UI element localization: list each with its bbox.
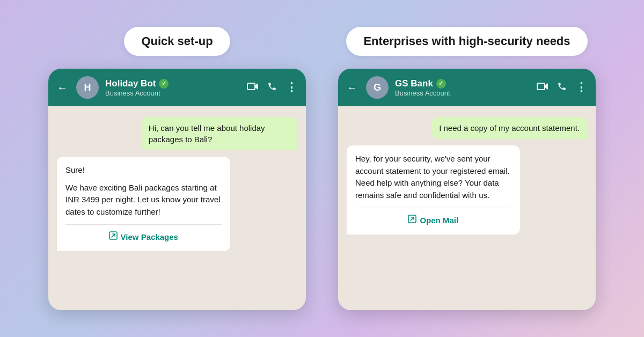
back-button-2[interactable]: ← xyxy=(347,82,357,94)
video-icon-2[interactable] xyxy=(537,82,548,93)
verified-badge-1: ✓ xyxy=(159,79,169,89)
avatar-2: G xyxy=(366,76,389,99)
header-sub-1: Business Account xyxy=(105,89,240,97)
chat-body-1: Hi, can you tell me about holiday packag… xyxy=(48,106,306,310)
video-icon-1[interactable] xyxy=(247,82,259,93)
svg-rect-2 xyxy=(537,83,545,90)
phone-mock-2: ← G GS Bank ✓ Business Account xyxy=(338,69,596,310)
more-icon-1[interactable]: ⋮ xyxy=(286,80,297,94)
panel-enterprise: Enterprises with high-security needs ← G… xyxy=(338,27,596,310)
view-packages-btn[interactable]: View Packages xyxy=(65,224,222,244)
action-icon-2 xyxy=(408,215,416,227)
phone-mock-1: ← H Holiday Bot ✓ Business Account xyxy=(48,69,306,310)
bot-name-2: GS Bank ✓ xyxy=(395,78,530,89)
open-mail-btn[interactable]: Open Mail xyxy=(355,208,511,227)
header-info-2: GS Bank ✓ Business Account xyxy=(395,78,530,97)
msg-right-2: I need a copy of my account statement. xyxy=(431,117,587,139)
header-icons-2: ⋮ xyxy=(537,80,587,94)
header-sub-2: Business Account xyxy=(395,89,530,97)
msg-left-1: Sure! We have exciting Bali packages sta… xyxy=(57,157,230,251)
panel-quick-setup: Quick set-up ← H Holiday Bot ✓ Business … xyxy=(48,27,306,310)
chat-header-1: ← H Holiday Bot ✓ Business Account xyxy=(48,69,306,106)
msg-line-1-0: Sure! xyxy=(65,164,222,177)
chat-body-2: I need a copy of my account statement. H… xyxy=(338,106,596,310)
panel2-label: Enterprises with high-security needs xyxy=(346,27,587,56)
header-info-1: Holiday Bot ✓ Business Account xyxy=(105,78,240,97)
panel1-label: Quick set-up xyxy=(124,27,230,56)
phone-icon-1[interactable] xyxy=(267,82,277,94)
msg-line-2-0: Hey, for your security, we've sent your … xyxy=(355,153,511,201)
bot-name-1: Holiday Bot ✓ xyxy=(105,78,240,89)
more-icon-2[interactable]: ⋮ xyxy=(575,80,587,94)
chat-header-2: ← G GS Bank ✓ Business Account xyxy=(338,69,596,106)
msg-left-2: Hey, for your security, we've sent your … xyxy=(347,145,520,235)
msg-right-1: Hi, can you tell me about holiday packag… xyxy=(141,117,297,150)
msg-line-1-1: We have exciting Bali packages starting … xyxy=(65,182,222,218)
phone-icon-2[interactable] xyxy=(557,82,567,94)
avatar-1: H xyxy=(76,76,99,99)
back-button-1[interactable]: ← xyxy=(57,82,68,94)
verified-badge-2: ✓ xyxy=(436,79,446,89)
svg-rect-0 xyxy=(247,83,255,90)
header-icons-1: ⋮ xyxy=(247,80,297,94)
action-icon-1 xyxy=(109,231,118,244)
